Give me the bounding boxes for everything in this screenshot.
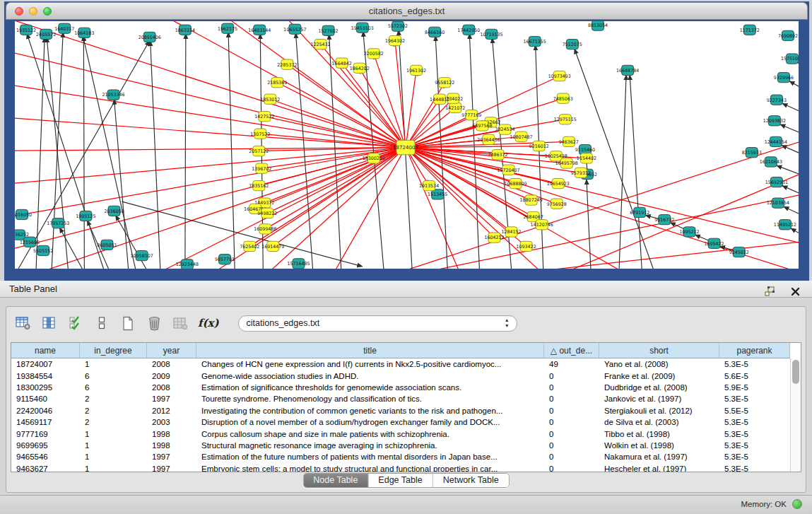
table-cell: 18724007 [11, 358, 80, 370]
table-header-row[interactable]: namein_degreeyeartitle△ out_de...shortpa… [11, 343, 790, 358]
tab-node-table[interactable]: Node Table [303, 474, 368, 487]
graph-node-label: 5572302 [388, 23, 408, 29]
window-title: citations_edges.txt [6, 6, 807, 16]
column-header-short[interactable]: short [599, 343, 719, 358]
column-header-out_de[interactable]: △ out_de... [544, 343, 599, 358]
table-row[interactable]: 946362711997Embryonic stem cells: a mode… [11, 463, 790, 472]
show-columns-icon[interactable] [41, 315, 58, 332]
table-cell: 1 [80, 358, 147, 370]
graph-node-label: 2200582 [364, 51, 384, 57]
graph-node-label: 16671355 [524, 39, 546, 45]
graph-node-label: 16495798 [555, 160, 578, 166]
graph-node-label: 6216012 [529, 144, 549, 149]
graph-node-label: 1853012 [260, 97, 280, 103]
table-row[interactable]: 911546021997Tourette syndrome. Phenomeno… [11, 393, 790, 404]
table-cell: 2012 [147, 405, 196, 416]
graph-node-label: 7835162 [249, 183, 269, 189]
table-cell: Tourette syndrome. Phenomenology and cla… [196, 393, 544, 404]
table-row[interactable]: 1830029562008Estimation of significance … [11, 382, 790, 393]
table-row[interactable]: 969969511998Structural magnetic resonanc… [11, 440, 790, 451]
table-select-dropdown[interactable]: citations_edges.txt ▲▼ [238, 315, 517, 332]
column-header-year[interactable]: year [147, 343, 196, 358]
graph-edge [782, 146, 799, 160]
function-builder-icon[interactable]: f(x) [198, 317, 219, 329]
table-cell: 0 [544, 382, 599, 393]
graph-node-label: 1513455 [428, 192, 447, 197]
graph-node-label: 6791912 [630, 210, 649, 216]
graph-edge [587, 179, 591, 269]
graph-edge [15, 115, 406, 148]
table-options-icon[interactable] [15, 315, 32, 332]
graph-node-label: 1421072 [445, 105, 465, 111]
table-panel-title: Table Panel [9, 284, 57, 294]
table-cell: 5.3E-5 [719, 463, 790, 472]
import-table-icon[interactable] [172, 315, 189, 332]
network-canvas[interactable]: 1935122240557216403171064183208914061863… [15, 21, 799, 269]
table-panel-header: Table Panel [0, 281, 812, 298]
graph-node-label: 1215685 [20, 240, 40, 245]
table-cell: 0 [544, 451, 599, 462]
graph-node-label: 8215933 [742, 150, 762, 156]
table-cell: 1998 [147, 428, 196, 439]
table-cell: 2 [80, 416, 147, 428]
graph-edge [47, 37, 68, 269]
graph-node-label: 1863314 [175, 28, 195, 33]
delete-table-icon[interactable] [146, 315, 163, 332]
table-type-tabs[interactable]: Node TableEdge TableNetwork Table [302, 473, 509, 488]
scrollbar-thumb[interactable] [792, 360, 799, 384]
select-all-icon[interactable] [67, 315, 84, 332]
table-cell: Tibbo et al. (1998) [599, 428, 719, 439]
column-header-in_degree[interactable]: in_degree [80, 343, 147, 358]
graph-node-label: 11495212 [774, 222, 796, 228]
column-header-pagerank[interactable]: pagerank [719, 343, 790, 358]
window-titlebar[interactable]: citations_edges.txt [6, 2, 808, 20]
graph-node-label: 10655257 [283, 27, 306, 33]
table-cell: Genome-wide association studies in ADHD. [196, 370, 544, 381]
node-table[interactable]: namein_degreeyeartitle△ out_de...shortpa… [11, 342, 801, 472]
graph-node-label: 3824534 [495, 127, 514, 132]
table-group-box: f(x) citations_edges.txt ▲▼ namein_degre… [6, 306, 806, 493]
column-header-title[interactable]: title [196, 343, 544, 358]
graph-node-label: 2185369 [267, 80, 287, 86]
graph-node-label: 2036050 [104, 209, 124, 214]
table-cell: 5.3E-5 [719, 358, 790, 370]
graph-node-label: 2057122 [249, 148, 269, 154]
show-rows-icon[interactable] [93, 315, 110, 332]
table-row[interactable]: 946554611997Estimation of the future num… [11, 451, 790, 462]
graph-node-label: 1154402 [577, 156, 596, 161]
new-table-icon[interactable] [119, 315, 136, 332]
table-cell: 6 [80, 382, 147, 393]
table-row[interactable]: 1938455462009Genome-wide association stu… [11, 370, 790, 381]
graph-node-label: 16403144 [248, 28, 271, 33]
graph-node-label: 1640317 [54, 26, 74, 32]
table-row[interactable]: 2242004622012Investigating the contribut… [11, 405, 790, 416]
column-header-name[interactable]: name [11, 343, 80, 358]
table-cell: 5.9E-5 [719, 382, 790, 393]
table-cell: 6 [80, 370, 147, 381]
table-cell: 49 [544, 358, 599, 370]
table-row[interactable]: 977716911998Corpus callosum shape and si… [11, 428, 790, 439]
table-cell: Stergiakouli et al. (2012) [599, 405, 719, 416]
graph-edge [15, 148, 406, 259]
table-cell: 0 [544, 416, 599, 428]
graph-edge [536, 45, 543, 269]
table-select-value: citations_edges.txt [247, 318, 320, 328]
tab-edge-table[interactable]: Edge Table [368, 474, 433, 487]
table-cell: Disruption of a novel member of a sodium… [196, 416, 544, 428]
tab-network-table[interactable]: Network Table [433, 474, 509, 487]
graph-edge [83, 35, 135, 269]
graph-node-label: 9245012 [729, 250, 749, 255]
table-body[interactable]: 1872400712008Changes of HCN gene express… [11, 358, 790, 472]
table-cell: 0 [544, 370, 599, 381]
table-cell: Wolkin et al. (1998) [599, 440, 719, 451]
graph-node-label: 1604212 [484, 235, 504, 240]
graph-node-label: 9857791 [215, 257, 235, 262]
citation-graph[interactable]: 1935122240557216403171064183208914061863… [15, 21, 799, 269]
vertical-scrollbar[interactable] [790, 358, 801, 472]
graph-node-label: 7486372 [488, 152, 507, 158]
table-cell: 1997 [147, 451, 196, 462]
table-row[interactable]: 1456911722003Disruption of a novel membe… [11, 416, 790, 428]
table-cell: 0 [544, 428, 599, 439]
graph-node-label: 16914479 [261, 244, 284, 250]
table-row[interactable]: 1872400712008Changes of HCN gene express… [11, 358, 790, 370]
